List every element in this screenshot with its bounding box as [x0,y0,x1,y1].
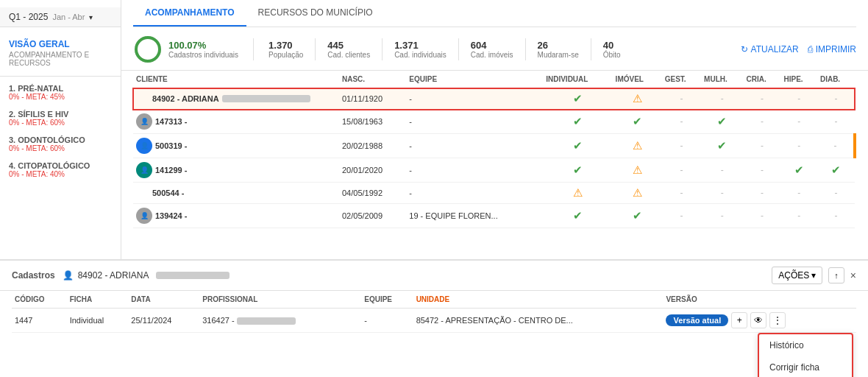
tab-recursos[interactable]: RECURSOS DO MUNICÍPIO [246,0,385,27]
warn-icon: ⚠ [633,92,642,105]
stat-divider-4 [525,38,526,60]
bottom-actions: AÇÕES ▾ ↑ × [772,267,856,284]
scroll-up-button[interactable]: ↑ [828,267,844,283]
col-header-6: MULH. [701,71,743,88]
hipe-cell: - [781,110,817,134]
acoes-button[interactable]: AÇÕES ▾ [772,267,822,284]
hipe-cell: - [781,88,817,110]
imovel-cell: ⚠ [613,158,662,183]
check-icon: ✔ [717,139,727,152]
cria-cell: - [744,134,781,158]
client-cell: 👤141299 - [133,158,339,183]
table-row[interactable]: 👤147313 - 15/08/1963-✔✔-✔--- [133,110,855,134]
stat-num-2: 1.371 [394,40,419,51]
table-row[interactable]: 84902 - ADRIANA01/11/1920-✔⚠----- [133,88,855,110]
check-icon: ✔ [794,163,804,176]
dash-icon: - [721,211,724,221]
cria-cell: - [744,204,781,228]
sidebar-item-pre-natal[interactable]: 1. PRÉ-NATAL 0% - META: 45% [0,80,121,105]
stats-bar: 100.07% Cadastros individuais 1.370 Popu… [133,27,856,70]
stat-num-1: 445 [327,40,344,51]
versao-cell: Versão atual + 👁 ⋮ HistóricoCorrigir fic… [663,309,856,333]
dash-icon: - [721,165,724,175]
stat-divider-3 [458,38,459,60]
imovel-cell: ✔ [613,204,662,228]
sidebar-item-sifilis[interactable]: 2. SÍFILIS E HIV 0% - META: 60% [0,105,121,131]
dash-icon: - [797,116,800,127]
cria-cell: - [744,183,781,204]
print-icon: ⎙ [808,44,813,54]
diab-cell: - [817,183,855,204]
stat-label-0: População [268,51,303,59]
visao-sublabel: ACOMPANHAMENTO E RECURSOS [9,51,112,67]
bottom-table-row[interactable]: 1447Individual25/11/2024316427 - -85472 … [12,309,856,333]
dash-icon: - [834,211,837,221]
diab-cell: - [817,110,855,134]
atualizar-label: ATUALIZAR [751,44,799,54]
col-header-1: NASC. [339,71,406,88]
more-version-button[interactable]: ⋮ [769,312,786,328]
bottom-title: Cadastros [12,270,55,281]
percentage-value: 100.07% [168,40,238,51]
sidebar-menu-label-1: 2. SÍFILIS E HIV [9,110,112,119]
unidade-cell: 85472 - APRESENTAÇÃO - CENTRO DE... [413,309,664,333]
stat-item-5: 40 Óbito [603,40,621,59]
dash-icon: - [797,141,800,151]
check-icon: ✔ [573,209,583,222]
table-row[interactable]: 500544 - 04/05/1992-⚠⚠----- [133,183,855,204]
individual-cell: ⚠ [543,183,612,204]
warn-icon: ⚠ [633,139,642,152]
dash-icon: - [761,211,764,221]
individual-cell: ✔ [543,134,612,158]
stat-num-3: 604 [471,40,487,51]
imprimir-button[interactable]: ⎙ IMPRIMIR [808,44,856,54]
col-header-8: HIPE. [781,71,817,88]
table-row[interactable]: 👤139424 - 02/05/200919 - EQUIPE FLOREN..… [133,204,855,228]
client-id: 84902 - ADRIANA [152,94,219,103]
stat-divider-1 [315,38,316,60]
table-row[interactable]: 👤141299 - 20/01/2020-✔⚠---✔✔ [133,158,855,183]
col-header-9: DIAB. [817,71,855,88]
imovel-cell: ⚠ [613,183,662,204]
svg-point-1 [136,38,160,61]
nasc-cell: 04/05/1992 [339,183,406,204]
individual-cell: ✔ [543,158,612,183]
warn-icon: ⚠ [573,186,583,199]
circle-progress [133,35,163,64]
dash-icon: - [680,94,683,104]
gest-cell: - [662,183,701,204]
tab-acompanhamento[interactable]: ACOMPANHAMENTO [133,0,246,27]
col-header-3: INDIVIDUAL [543,71,612,88]
sidebar-item-cito[interactable]: 4. CITOPATOLÓGICO 0% - META: 40% [0,157,121,183]
client-cell: 500544 - [133,183,339,204]
avatar: 👤 [136,208,152,224]
warn-icon: ⚠ [633,163,642,176]
imovel-cell: ⚠ [613,88,662,110]
dropdown-item-0[interactable]: Histórico [759,334,852,356]
hipe-cell: ✔ [781,158,817,183]
close-button[interactable]: × [850,269,856,281]
nasc-cell: 20/02/1988 [339,134,406,158]
dropdown-item-1[interactable]: Corrigir ficha [759,356,852,377]
table-row[interactable]: 👤500319 - 20/02/1988-✔⚠-✔--- [133,134,855,158]
add-version-button[interactable]: + [731,312,747,328]
client-id: 147313 - [155,117,187,126]
sidebar-item-visao[interactable]: VISÃO GERAL ACOMPANHAMENTO E RECURSOS [0,33,121,73]
stat-item-2: 1.371 Cad. individuais [394,40,447,59]
period-selector[interactable]: Q1 - 2025 Jan - Abr ▾ [0,7,121,27]
individual-cell: ✔ [543,88,612,110]
bottom-col-header-4: EQUIPE [361,291,413,309]
ficha-cell: Individual [67,309,129,333]
atualizar-button[interactable]: ↻ ATUALIZAR [741,44,799,54]
view-version-button[interactable]: 👁 [750,312,766,328]
bottom-col-header-3: PROFISSIONAL [199,291,361,309]
stat-label-5: Óbito [603,51,621,59]
sidebar-menu-label-2: 3. ODONTOLÓGICO [9,135,112,144]
version-dropdown: HistóricoCorrigir fichaCancelar versão [758,333,853,377]
dash-icon: - [721,94,724,104]
check-icon: ✔ [831,163,841,176]
sidebar-item-odonto[interactable]: 3. ODONTOLÓGICO 0% - META: 60% [0,131,121,157]
nasc-cell: 15/08/1963 [339,110,406,134]
bottom-col-header-6: VERSÃO [663,291,856,309]
check-icon: ✔ [717,115,727,127]
